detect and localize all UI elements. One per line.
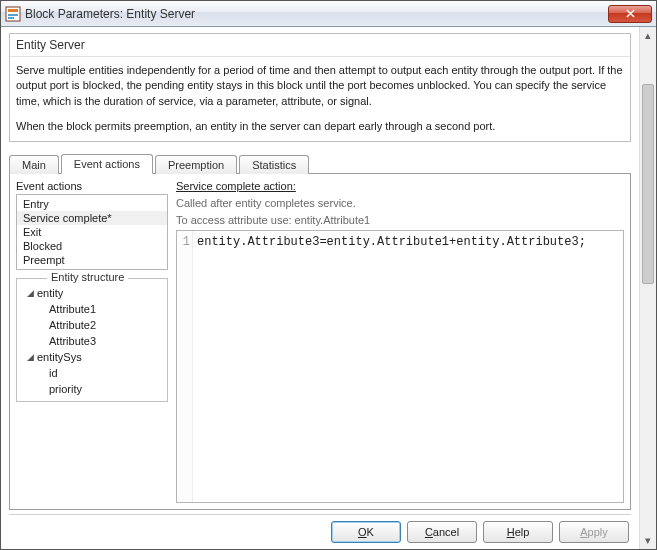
help-button[interactable]: Help [483, 521, 553, 543]
desc-paragraph-2: When the block permits preemption, an en… [16, 119, 624, 134]
app-icon [5, 6, 21, 22]
list-item-exit[interactable]: Exit [17, 225, 167, 239]
action-hint-2: To access attribute use: entity.Attribut… [176, 213, 624, 228]
tree-node-attribute3[interactable]: Attribute3 [21, 333, 163, 349]
action-hint-1: Called after entity completes service. [176, 196, 624, 211]
scroll-track[interactable] [640, 44, 656, 532]
entity-structure-title: Entity structure [47, 271, 128, 283]
tree-node-attribute2[interactable]: Attribute2 [21, 317, 163, 333]
caret-down-icon: ◢ [25, 352, 35, 362]
action-title: Service complete action: [176, 180, 624, 192]
tree-label: entitySys [37, 351, 82, 363]
code-editor[interactable]: 1 entity.Attribute3=entity.Attribute1+en… [176, 230, 624, 503]
svg-rect-2 [8, 14, 18, 16]
tree-node-entitysys[interactable]: ◢ entitySys [21, 349, 163, 365]
code-content[interactable]: entity.Attribute3=entity.Attribute1+enti… [193, 231, 590, 502]
button-bar: OK Cancel Help Apply [9, 515, 631, 545]
list-item-preempt[interactable]: Preempt [17, 253, 167, 267]
ok-button[interactable]: OK [331, 521, 401, 543]
svg-rect-1 [8, 9, 18, 12]
tab-panel: Event actions Entry Service complete* Ex… [9, 173, 631, 510]
scroll-thumb[interactable] [642, 84, 654, 284]
cancel-button[interactable]: Cancel [407, 521, 477, 543]
list-item-service-complete[interactable]: Service complete* [17, 211, 167, 225]
list-item-entry[interactable]: Entry [17, 197, 167, 211]
code-gutter: 1 [177, 231, 193, 502]
tab-preemption[interactable]: Preemption [155, 155, 237, 174]
tab-event-actions[interactable]: Event actions [61, 154, 153, 174]
tree-node-entity[interactable]: ◢ entity [21, 285, 163, 301]
tab-statistics[interactable]: Statistics [239, 155, 309, 174]
event-actions-label: Event actions [16, 180, 168, 192]
entity-structure-group: Entity structure ◢ entity Attribute1 Att… [16, 278, 168, 402]
scroll-down-icon[interactable]: ▾ [641, 532, 656, 549]
tree-node-priority[interactable]: priority [21, 381, 163, 397]
tree-node-id[interactable]: id [21, 365, 163, 381]
tree-node-attribute1[interactable]: Attribute1 [21, 301, 163, 317]
tree-label: entity [37, 287, 63, 299]
tab-main[interactable]: Main [9, 155, 59, 174]
window-title: Block Parameters: Entity Server [25, 7, 608, 21]
tab-bar: Main Event actions Preemption Statistics [9, 150, 631, 173]
svg-rect-3 [8, 17, 14, 19]
caret-down-icon: ◢ [25, 288, 35, 298]
close-icon [626, 9, 635, 18]
event-actions-list[interactable]: Entry Service complete* Exit Blocked Pre… [16, 194, 168, 270]
scroll-up-icon[interactable]: ▴ [641, 27, 656, 44]
block-description: Serve multiple entities independently fo… [9, 56, 631, 142]
line-number: 1 [177, 235, 190, 249]
close-button[interactable] [608, 5, 652, 23]
block-name-header: Entity Server [9, 33, 631, 56]
apply-button: Apply [559, 521, 629, 543]
vertical-scrollbar[interactable]: ▴ ▾ [639, 27, 656, 549]
titlebar: Block Parameters: Entity Server [1, 1, 656, 27]
list-item-blocked[interactable]: Blocked [17, 239, 167, 253]
desc-paragraph-1: Serve multiple entities independently fo… [16, 63, 624, 109]
entity-structure-tree[interactable]: ◢ entity Attribute1 Attribute2 Attribute… [21, 285, 163, 397]
